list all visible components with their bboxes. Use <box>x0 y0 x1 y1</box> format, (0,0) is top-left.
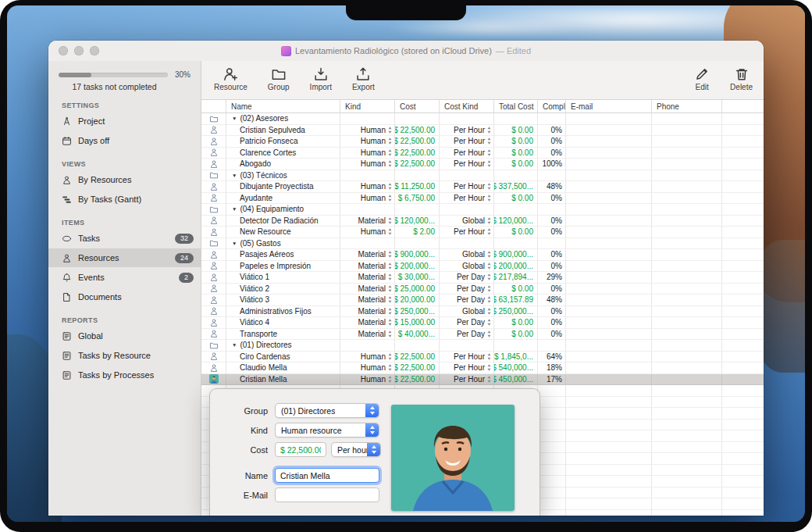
delete-button[interactable]: Delete <box>730 65 753 91</box>
cost-kind-cell[interactable]: Per Day <box>440 317 494 329</box>
resource-row-ciro-cardenas[interactable]: Ciro Cardenas Human $ 22,500.00 Per Hour… <box>201 352 764 363</box>
export-button[interactable]: Export <box>352 65 375 91</box>
phone-cell[interactable] <box>652 216 722 227</box>
phone-cell[interactable] <box>652 227 722 238</box>
kind-cell[interactable]: Material <box>340 306 395 318</box>
kind-cell[interactable]: Human <box>340 352 395 363</box>
column-header-cost[interactable]: Cost <box>395 100 440 112</box>
kind-cell[interactable]: Human <box>340 159 395 170</box>
email-cell[interactable] <box>566 227 652 238</box>
kind-cell[interactable]: Human <box>340 136 395 148</box>
phone-cell[interactable] <box>652 295 722 306</box>
resource-row-abogado[interactable]: Abogado Human $ 22,500.00 Per Hour $ 0.0… <box>201 159 764 170</box>
sidebar-item-by-resources[interactable]: By Resources <box>48 170 201 189</box>
kind-cell[interactable]: Human <box>340 374 395 386</box>
column-header-name[interactable]: Name <box>226 100 340 112</box>
group-button[interactable]: Group <box>268 65 290 91</box>
import-button[interactable]: Import <box>310 65 332 91</box>
resource-row-clarence-cortes[interactable]: Clarence Cortes Human $ 22,500.00 Per Ho… <box>201 148 764 159</box>
cost-cell[interactable]: $ 22,500.00 <box>395 362 440 374</box>
cost-kind-cell[interactable]: Per Day <box>440 272 494 284</box>
sidebar-item-tasks[interactable]: Tasks 32 <box>48 229 201 248</box>
resource-row-vi-tico-1[interactable]: Viático 1 Material $ 30,000... Per Day $… <box>201 272 764 284</box>
phone-cell[interactable] <box>652 329 722 341</box>
cost-cell[interactable]: $ 22,500.00 <box>395 374 440 386</box>
sidebar-item-events[interactable]: Events 2 <box>48 268 201 287</box>
kind-cell[interactable]: Material <box>340 216 395 227</box>
disclosure-triangle-icon[interactable]: ▼ <box>232 241 237 246</box>
cost-cell[interactable]: $ 20,000.00 <box>395 295 440 306</box>
resource-row-vi-tico-4[interactable]: Viático 4 Material $ 15,000.00 Per Day $… <box>201 317 764 329</box>
kind-cell[interactable]: Material <box>340 329 395 341</box>
resource-button[interactable]: Resource <box>214 65 248 91</box>
email-cell[interactable] <box>566 193 652 205</box>
sidebar-item-days-off[interactable]: Days off <box>48 131 201 150</box>
phone-cell[interactable] <box>652 249 722 261</box>
sidebar-item-global[interactable]: Global <box>48 327 201 345</box>
phone-cell[interactable] <box>652 148 722 159</box>
phone-cell[interactable] <box>652 362 722 374</box>
cost-kind-cell[interactable]: Per Hour <box>440 125 494 137</box>
email-cell[interactable] <box>566 216 652 227</box>
email-cell[interactable] <box>566 136 652 148</box>
sidebar-item-tasks-by-resource[interactable]: Tasks by Resource <box>48 346 201 365</box>
cost-cell[interactable]: $ 22,500.00 <box>395 136 440 148</box>
resource-row-new-resource[interactable]: New Resource Human $ 2.00 Per Hour $ 0.0… <box>201 227 764 238</box>
kind-cell[interactable]: Human <box>340 148 395 159</box>
kind-cell[interactable]: Material <box>340 284 395 295</box>
group-row-05-gastos[interactable]: ▼(05) Gastos <box>201 238 764 250</box>
phone-cell[interactable] <box>652 306 722 318</box>
cost-cell[interactable]: $ 250,000... <box>395 306 440 318</box>
email-cell[interactable] <box>566 306 652 318</box>
sidebar-item-documents[interactable]: Documents <box>48 287 201 306</box>
email-cell[interactable] <box>566 148 652 159</box>
disclosure-triangle-icon[interactable]: ▼ <box>232 173 237 178</box>
cost-cell[interactable]: $ 6,750.00 <box>395 193 440 205</box>
phone-cell[interactable] <box>652 159 722 170</box>
cost-kind-cell[interactable]: Per Day <box>440 295 494 306</box>
email-input[interactable] <box>275 487 379 502</box>
kind-cell[interactable]: Material <box>340 272 395 284</box>
email-cell[interactable] <box>566 374 652 386</box>
phone-cell[interactable] <box>652 317 722 329</box>
column-header-phone[interactable]: Phone <box>652 100 722 112</box>
cost-unit-popup[interactable]: Per hour <box>331 442 381 457</box>
kind-cell[interactable]: Human <box>340 193 395 205</box>
resource-row-transporte[interactable]: Transporte Material $ 40,000... Per Day … <box>201 329 764 341</box>
window-titlebar[interactable]: Levantamiento Radiológico (stored on iCl… <box>48 41 764 61</box>
cost-kind-cell[interactable]: Per Hour <box>440 159 494 170</box>
cost-cell[interactable]: $ 40,000... <box>395 329 440 341</box>
cost-kind-cell[interactable]: Global <box>440 216 494 227</box>
email-cell[interactable] <box>566 317 652 329</box>
name-input[interactable] <box>275 468 379 483</box>
phone-cell[interactable] <box>652 352 722 363</box>
cost-kind-cell[interactable]: Per Day <box>440 329 494 341</box>
group-row-03-t-cnicos[interactable]: ▼(03) Técnicos <box>201 170 764 182</box>
email-cell[interactable] <box>566 284 652 295</box>
sidebar-item-tasks-by-processes[interactable]: Tasks by Processes <box>48 366 201 384</box>
phone-cell[interactable] <box>652 193 722 205</box>
phone-cell[interactable] <box>652 374 722 386</box>
cost-cell[interactable]: $ 30,000... <box>395 272 440 284</box>
email-cell[interactable] <box>566 329 652 341</box>
cost-kind-cell[interactable]: Per Hour <box>440 193 494 205</box>
cost-kind-cell[interactable]: Per Hour <box>440 136 494 148</box>
resource-row-vi-tico-3[interactable]: Viático 3 Material $ 20,000.00 Per Day $… <box>201 295 764 306</box>
cost-cell[interactable]: $ 11,250.00 <box>395 181 440 193</box>
kind-cell[interactable]: Human <box>340 125 395 137</box>
resource-row-vi-tico-2[interactable]: Viático 2 Material $ 25,000.00 Per Day $… <box>201 284 764 295</box>
cost-cell[interactable]: $ 22,500.00 <box>395 159 440 170</box>
cost-cell[interactable]: $ 22,500.00 <box>395 148 440 159</box>
column-header-kind[interactable]: Kind <box>340 100 395 112</box>
edit-button[interactable]: Edit <box>694 65 710 91</box>
kind-cell[interactable]: Material <box>340 249 395 261</box>
cost-kind-cell[interactable]: Per Hour <box>440 374 494 386</box>
cost-cell[interactable]: $ 900,000... <box>395 249 440 261</box>
resource-row-patricio-fonseca[interactable]: Patricio Fonseca Human $ 22,500.00 Per H… <box>201 136 764 148</box>
resource-row-detector-de-radiaci-n[interactable]: Detector De Radiación Material $ 120,000… <box>201 216 764 227</box>
sidebar-item-resources[interactable]: Resources 24 <box>48 248 201 267</box>
resource-row-papeles-e-impresi-n[interactable]: Papeles e Impresión Material $ 200,000..… <box>201 261 764 273</box>
cost-cell[interactable]: $ 25,000.00 <box>395 284 440 295</box>
close-window-button[interactable] <box>59 46 68 55</box>
cost-kind-cell[interactable]: Per Hour <box>440 148 494 159</box>
